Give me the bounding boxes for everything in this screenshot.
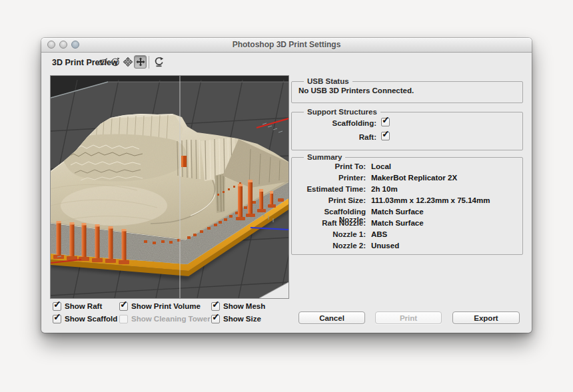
pan-arrows-icon [123,57,133,67]
summary-row: Nozzle 2:Unused [298,242,516,253]
roll-camera-button[interactable] [109,55,121,69]
camera-toolbar [96,55,165,69]
raft-label: Raft: [298,133,376,141]
view-options: Show Raft Show Scaffold Show Print Volum… [50,301,288,327]
desktop-background: Photoshop 3D Print Settings 3D Print Pre… [0,0,573,392]
reset-view-button[interactable] [152,55,165,69]
show-size-option[interactable]: Show Size [211,313,261,324]
window-title: Photoshop 3D Print Settings [41,40,532,49]
show-raft-option[interactable]: Show Raft [53,301,102,311]
3d-print-settings-window: Photoshop 3D Print Settings 3D Print Pre… [41,38,532,333]
reset-camera-icon [153,57,164,67]
summary-row: Printer:MakerBot Replicator 2X [298,174,516,185]
summary-row: Print To:Local [298,162,516,174]
scaffolding-label: Scaffolding: [298,119,376,127]
show-print-volume-option[interactable]: Show Print Volume [119,301,201,311]
slide-camera-button[interactable] [134,55,147,69]
cancel-button[interactable]: Cancel [298,311,365,324]
show-mesh-option[interactable]: Show Mesh [211,301,265,311]
roll-camera-icon [110,57,121,67]
3d-print-preview-viewport[interactable] [50,75,289,299]
summary-row: Scaffolding Nozzle:Match Surface [298,208,516,219]
scaffolding-checkbox[interactable] [381,118,390,126]
summary-row: Nozzle 1:ABS [298,230,516,242]
raft-row: Raft: [298,130,516,144]
summary-row: Estimated Time:2h 10m [298,185,516,196]
summary-legend: Summary [304,153,345,161]
summary-group: Summary Print To:Local Printer:MakerBot … [291,153,523,255]
usb-status-message: No USB 3D Printers Connected. [298,85,516,97]
show-raft-checkbox[interactable] [53,302,61,311]
show-mesh-checkbox[interactable] [211,302,220,311]
window-titlebar[interactable]: Photoshop 3D Print Settings [41,38,532,53]
raft-checkbox[interactable] [381,132,390,140]
show-scaffold-option[interactable]: Show Scaffold [53,313,117,324]
scaffolding-row: Scaffolding: [298,116,516,130]
support-structures-legend: Support Structures [304,108,380,116]
move-arrows-icon [135,57,146,67]
toolbar-divider [149,56,149,69]
usb-status-group: USB Status No USB 3D Printers Connected. [291,77,523,103]
3d-scene [51,76,288,298]
summary-row: Raft Nozzle:Match Surface [298,219,516,230]
rotate-camera-button[interactable] [96,55,109,69]
drag-camera-button[interactable] [121,55,134,69]
summary-row: Print Size:111.03mm x 12.23mm x 75.14mm [298,196,516,208]
print-button: Print [375,311,442,324]
show-cleaning-tower-option: Show Cleaning Tower [119,313,211,324]
export-button[interactable]: Export [452,311,520,324]
usb-status-legend: USB Status [304,77,352,85]
show-print-volume-checkbox[interactable] [119,302,128,311]
show-size-checkbox[interactable] [211,315,220,323]
show-scaffold-checkbox[interactable] [53,315,61,323]
rotate-camera-icon [97,57,108,67]
show-cleaning-tower-checkbox [119,315,128,323]
support-structures-group: Support Structures Scaffolding: Raft: [291,108,523,150]
